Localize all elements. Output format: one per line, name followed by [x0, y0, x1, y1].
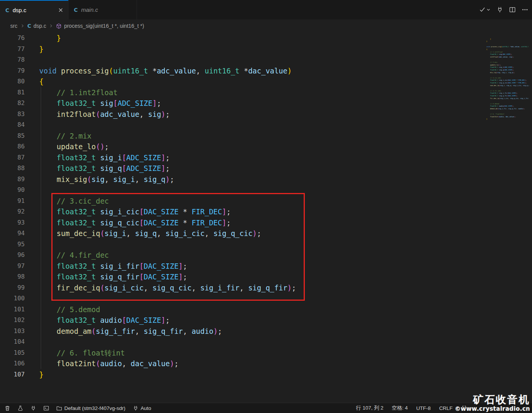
serial-port-auto[interactable]: Auto	[133, 405, 151, 411]
line-number[interactable]: 94	[0, 228, 25, 239]
project-env-selector[interactable]: Default (stm32-f407vg-sdr)	[56, 405, 126, 411]
tab-dsp-c[interactable]: C dsp.c	[0, 0, 68, 19]
line-number[interactable]: 85	[0, 131, 25, 142]
line-number[interactable]: 99	[0, 282, 25, 293]
line-number[interactable]: 104	[0, 336, 25, 348]
code-line[interactable]: 98 float32_t sig_q_fir[DAC_SIZE];	[0, 271, 532, 282]
line-number[interactable]: 105	[0, 348, 25, 359]
breadcrumb-dsp-c[interactable]: C dsp.c	[27, 23, 46, 29]
minimap-line: }	[486, 38, 529, 41]
line-number[interactable]: 97	[0, 261, 25, 272]
code-line[interactable]: 101 // 5.demod	[0, 304, 532, 315]
line-number[interactable]: 95	[0, 239, 25, 250]
code-token	[39, 88, 57, 97]
serial-monitor-button[interactable]	[497, 6, 503, 13]
code-line[interactable]: 100	[0, 293, 532, 304]
line-number[interactable]: 88	[0, 163, 25, 174]
code-token: ;	[513, 105, 514, 107]
code-line[interactable]: 102 float32_t audio[DAC_SIZE];	[0, 315, 532, 326]
tab-main-c[interactable]: C main.c	[68, 0, 137, 19]
code-text: float32_t sig[ADC_SIZE];	[39, 98, 161, 109]
tab-label: main.c	[81, 6, 133, 13]
code-line[interactable]: 90	[0, 185, 532, 196]
code-line[interactable]: 89 mix_sig(sig, sig_i, sig_q);	[0, 174, 532, 185]
line-number[interactable]: 89	[0, 174, 25, 185]
line-number[interactable]: 100	[0, 293, 25, 304]
line-number[interactable]: 77	[0, 44, 25, 55]
code-line[interactable]: 81 // 1.int2float	[0, 87, 532, 98]
cursor-position[interactable]: 行 107, 列 2	[356, 405, 384, 411]
line-number[interactable]: 102	[0, 315, 25, 326]
code-line[interactable]: 95	[0, 239, 532, 250]
code-token: ,	[126, 229, 135, 238]
code-line[interactable]: 84	[0, 120, 532, 131]
line-number[interactable]: 87	[0, 152, 25, 163]
line-number[interactable]: 78	[0, 54, 25, 65]
clean-button[interactable]	[5, 405, 10, 411]
run-build-button[interactable]	[479, 6, 491, 13]
code-line[interactable]: 93 float32_t sig_q_cic[DAC_SIZE * FIR_DE…	[0, 217, 532, 228]
code-line[interactable]: 79void process_sig(uint16_t *adc_value, …	[0, 65, 532, 77]
serial-monitor-button[interactable]	[30, 405, 36, 411]
line-number[interactable]: 86	[0, 141, 25, 152]
code-line[interactable]: 106 float2int(audio, dac_value);	[0, 358, 532, 369]
code-line[interactable]: 82 float32_t sig[ADC_SIZE];	[0, 98, 532, 109]
line-number[interactable]: 91	[0, 196, 25, 207]
code-line[interactable]: 85 // 2.mix	[0, 131, 532, 142]
line-number[interactable]: 90	[0, 185, 25, 196]
line-number[interactable]: 93	[0, 217, 25, 228]
braces-language-icon[interactable]: {}	[461, 405, 467, 411]
line-number[interactable]: 84	[0, 120, 25, 131]
more-actions-button[interactable]	[522, 6, 528, 13]
terminal-button[interactable]	[43, 405, 49, 411]
eol-setting[interactable]: CRLF	[439, 405, 452, 411]
line-number[interactable]: 83	[0, 109, 25, 120]
code-line[interactable]: 104	[0, 336, 532, 348]
code-line[interactable]: 80{	[0, 76, 532, 87]
test-button[interactable]	[18, 405, 23, 411]
code-token: ,	[529, 97, 529, 99]
line-number[interactable]: 79	[0, 65, 25, 77]
line-number[interactable]: 101	[0, 304, 25, 315]
code-token: ;	[526, 79, 527, 81]
line-number[interactable]: 81	[0, 87, 25, 98]
code-line[interactable]: 78	[0, 54, 532, 65]
close-icon[interactable]	[57, 6, 64, 14]
code-line[interactable]: 91 // 3.cic_dec	[0, 196, 532, 207]
code-token: float32_t	[490, 92, 499, 94]
line-number[interactable]: 96	[0, 250, 25, 261]
line-number[interactable]: 80	[0, 76, 25, 87]
code-editor[interactable]: 76 }77}7879void process_sig(uint16_t *ad…	[0, 32, 532, 403]
code-line[interactable]: 94 sum_dec_iq(sig_i, sig_q, sig_i_cic, s…	[0, 228, 532, 239]
code-line[interactable]: 105 // 6. float转int	[0, 348, 532, 359]
breadcrumb-src[interactable]: src	[10, 23, 18, 29]
code-line[interactable]: 96 // 4.fir_dec	[0, 250, 532, 261]
encoding-setting[interactable]: UTF-8	[416, 405, 431, 411]
code-line[interactable]: 107}	[0, 369, 532, 380]
line-number[interactable]: 98	[0, 271, 25, 282]
code-line[interactable]: 77}	[0, 44, 532, 55]
auto-label: Auto	[141, 405, 151, 411]
code-line[interactable]: 99 fir_dec_iq(sig_i_cic, sig_q_cic, sig_…	[0, 282, 532, 293]
split-editor-button[interactable]	[509, 6, 516, 13]
minimap[interactable]: }}void process_sig(uint16_t *adc_value, …	[486, 33, 529, 126]
code-line[interactable]: 86 update_lo();	[0, 141, 532, 152]
line-number[interactable]: 76	[0, 33, 25, 44]
code-line[interactable]: 92 float32_t sig_i_cic[DAC_SIZE * FIR_DE…	[0, 206, 532, 217]
tab-label: dsp.c	[13, 7, 54, 13]
code-line[interactable]: 88 float32_t sig_q[ADC_SIZE];	[0, 163, 532, 174]
plug-icon	[133, 405, 139, 411]
code-line[interactable]: 83 int2float(adc_value, sig);	[0, 109, 532, 120]
line-number[interactable]: 106	[0, 358, 25, 369]
code-token: ;	[513, 69, 514, 71]
line-number[interactable]: 107	[0, 369, 25, 380]
code-line[interactable]: 97 float32_t sig_i_fir[DAC_SIZE];	[0, 261, 532, 272]
line-number[interactable]: 92	[0, 206, 25, 217]
line-number[interactable]: 82	[0, 98, 25, 109]
code-line[interactable]: 103 demod_am(sig_i_fir, sig_q_fir, audio…	[0, 326, 532, 337]
code-line[interactable]: 87 float32_t sig_i[ADC_SIZE];	[0, 152, 532, 163]
line-number[interactable]: 103	[0, 326, 25, 337]
indentation-setting[interactable]: 空格: 4	[392, 405, 408, 411]
code-line[interactable]: 76 }	[0, 33, 532, 44]
breadcrumb-symbol[interactable]: process_sig(uint16_t *, uint16_t *)	[56, 23, 144, 29]
